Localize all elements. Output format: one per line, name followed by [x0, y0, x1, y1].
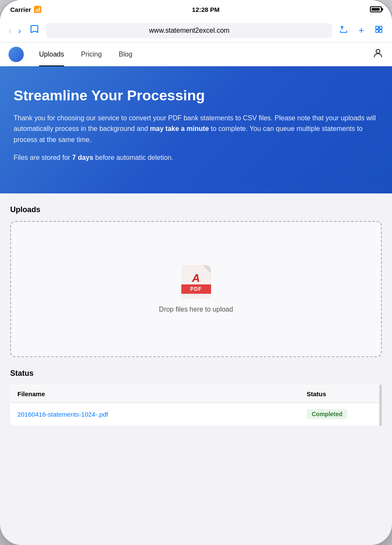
svg-point-4	[376, 49, 380, 53]
main-content: Uploads A PDF Drop files here to upload …	[0, 193, 392, 438]
status-bar-right	[370, 6, 382, 12]
back-button[interactable]: ‹	[7, 25, 13, 37]
col-header-filename: Filename	[17, 390, 307, 397]
status-table: Filename Status 20160416-statements-1024…	[10, 385, 382, 426]
filename-cell[interactable]: 20160416-statements-1024-.pdf	[17, 411, 307, 418]
site-navigation: Uploads Pricing Blog	[0, 43, 392, 66]
nav-blog[interactable]: Blog	[110, 43, 141, 66]
hero-paragraph1: Thank you for choosing our service to co…	[14, 113, 378, 145]
tabs-button[interactable]	[372, 23, 385, 38]
svg-rect-1	[379, 26, 382, 29]
status-bar-left: Carrier 📶	[10, 6, 42, 13]
device-frame: Carrier 📶 12:28 PM ‹ › www.statement2exc…	[0, 0, 392, 545]
site-logo	[8, 47, 24, 62]
dropzone-text: Drop files here to upload	[159, 306, 233, 313]
wifi-icon: 📶	[34, 6, 42, 13]
svg-rect-0	[376, 26, 378, 29]
address-bar[interactable]: www.statement2excel.com	[46, 23, 332, 38]
hero-paragraph2: Files are stored for 7 days before autom…	[14, 152, 378, 163]
pdf-label: PDF	[181, 284, 211, 294]
uploads-section-title: Uploads	[10, 205, 382, 214]
status-bar-time: 12:28 PM	[192, 6, 220, 13]
battery-icon	[370, 6, 382, 12]
nav-buttons: ‹ ›	[7, 25, 23, 37]
pdf-icon-wrapper: A PDF	[181, 265, 211, 299]
table-scrollbar[interactable]	[379, 385, 382, 426]
share-button[interactable]	[337, 23, 350, 38]
acrobat-symbol: A	[192, 272, 200, 285]
site-nav-links: Uploads Pricing Blog	[31, 43, 372, 66]
status-table-wrapper: Filename Status 20160416-statements-1024…	[10, 385, 382, 426]
toolbar-actions: +	[337, 23, 385, 38]
pdf-icon: A PDF	[181, 265, 211, 299]
nav-uploads[interactable]: Uploads	[31, 43, 73, 66]
forward-button[interactable]: ›	[17, 25, 23, 37]
new-tab-icon: +	[358, 25, 364, 36]
user-icon[interactable]	[372, 48, 384, 61]
hero-title: Streamline Your Processing	[14, 87, 378, 104]
new-tab-button[interactable]: +	[357, 23, 366, 38]
col-header-status: Status	[307, 390, 375, 397]
dropzone[interactable]: A PDF Drop files here to upload	[10, 221, 382, 357]
svg-rect-2	[376, 30, 378, 32]
carrier-label: Carrier	[10, 6, 31, 13]
bookmarks-button[interactable]	[28, 23, 41, 39]
status-section: Status Filename Status 20160416-statemen…	[10, 369, 382, 426]
hero-section: Streamline Your Processing Thank you for…	[0, 66, 392, 193]
svg-rect-3	[379, 30, 382, 32]
status-section-title: Status	[10, 369, 382, 378]
status-cell: Completed	[307, 409, 375, 419]
status-bar: Carrier 📶 12:28 PM	[0, 0, 392, 19]
address-text: www.statement2excel.com	[149, 27, 229, 34]
bookmarks-icon	[29, 24, 39, 34]
table-row: 20160416-statements-1024-.pdf Completed	[11, 403, 381, 426]
tabs-icon	[374, 25, 384, 34]
nav-pricing[interactable]: Pricing	[73, 43, 110, 66]
status-badge: Completed	[307, 409, 347, 419]
browser-toolbar: ‹ › www.statement2excel.com +	[0, 19, 392, 43]
share-icon	[339, 25, 348, 34]
